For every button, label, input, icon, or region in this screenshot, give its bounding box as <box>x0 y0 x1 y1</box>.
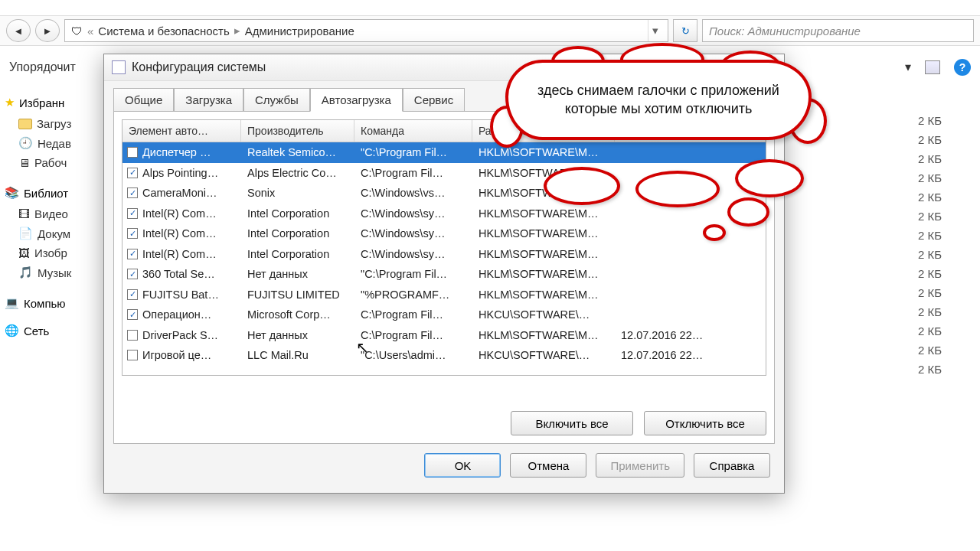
search-placeholder: Поиск: Администрирование <box>709 24 861 37</box>
explorer-sidebar: ★Избранн Загруз 🕘Недав 🖥Рабоч 📚Библиот 🎞… <box>0 88 111 551</box>
search-input[interactable]: Поиск: Администрирование <box>702 19 974 42</box>
recent-icon: 🕘 <box>18 136 33 150</box>
startup-row[interactable]: Intel(R) Com…Intel CorporationC:\Windows… <box>122 223 766 244</box>
col-location[interactable]: Расположение <box>472 120 615 142</box>
sidebar-item-downloads[interactable]: Загруз <box>5 114 106 133</box>
image-icon: 🖼 <box>18 246 30 259</box>
sidebar-item-music[interactable]: 🎵Музык <box>5 262 106 282</box>
dialog-title: Конфигурация системы <box>132 60 266 74</box>
startup-row[interactable]: Диспетчер …Realtek Semico…"C:\Program Fi… <box>122 142 766 163</box>
music-icon: 🎵 <box>18 266 33 279</box>
nav-forward-button[interactable]: ► <box>35 19 60 42</box>
startup-row[interactable]: Операцион…Microsoft Corp…C:\Program Fil…… <box>122 305 766 325</box>
startup-row[interactable]: 360 Total Se…Нет данных"C:\Program Fil…H… <box>122 264 766 285</box>
shield-icon: 🛡 <box>71 24 83 37</box>
startup-row[interactable]: CameraMoni…SonixC:\Windows\vs…HKLM\SOFTW… <box>122 183 766 204</box>
help-icon[interactable]: ? <box>954 59 971 76</box>
network-icon: 🌐 <box>5 324 19 337</box>
tab-0[interactable]: Общие <box>113 88 174 112</box>
enable-all-button[interactable]: Включить все <box>511 411 633 435</box>
tab-content-startup: Элемент авто… Производитель Команда Расп… <box>113 111 775 444</box>
chevron-icon: « <box>87 24 93 37</box>
sidebar-item-recent[interactable]: 🕘Недав <box>5 133 106 153</box>
computer-icon: 💻 <box>5 296 19 310</box>
startup-list[interactable]: Элемент авто… Производитель Команда Расп… <box>122 119 766 376</box>
checkbox[interactable] <box>127 249 138 259</box>
nav-back-button[interactable]: ◄ <box>6 19 31 42</box>
sidebar-network[interactable]: 🌐Сеть <box>5 324 106 337</box>
tab-2[interactable]: Службы <box>243 88 310 112</box>
sidebar-libraries[interactable]: 📚Библиот <box>5 186 106 200</box>
tab-1[interactable]: Загрузка <box>174 88 243 112</box>
tab-bar: ОбщиеЗагрузкаСлужбыАвтозагрузкаСервис <box>104 81 784 111</box>
checkbox[interactable] <box>127 208 138 219</box>
tab-3[interactable]: Автозагрузка <box>310 88 403 112</box>
tab-4[interactable]: Сервис <box>403 88 465 112</box>
checkbox[interactable] <box>127 228 138 239</box>
address-bar[interactable]: 🛡 « Система и безопасность ▸ Администрир… <box>64 19 668 42</box>
explorer-toolbar: ◄ ► 🛡 « Система и безопасность ▸ Админис… <box>0 15 980 46</box>
sidebar-computer[interactable]: 💻Компью <box>5 296 106 310</box>
help-button[interactable]: Справка <box>694 453 770 478</box>
desktop-icon: 🖥 <box>18 156 30 169</box>
sidebar-item-images[interactable]: 🖼Изобр <box>5 243 106 262</box>
list-header: Элемент авто… Производитель Команда Расп… <box>122 120 766 142</box>
organize-menu[interactable]: Упорядочит <box>9 60 76 74</box>
checkbox[interactable] <box>127 330 138 341</box>
cancel-button[interactable]: Отмена <box>510 453 586 478</box>
preview-pane-icon[interactable] <box>925 60 940 74</box>
video-icon: 🎞 <box>18 207 30 220</box>
startup-row[interactable]: Intel(R) Com…Intel CorporationC:\Windows… <box>122 244 766 265</box>
library-icon: 📚 <box>5 186 19 200</box>
col-vendor[interactable]: Производитель <box>241 120 354 142</box>
startup-row[interactable]: DriverPack S…Нет данныхC:\Program Fil…HK… <box>122 325 766 346</box>
breadcrumb-item[interactable]: Администрирование <box>245 24 354 37</box>
checkbox[interactable] <box>127 289 138 300</box>
startup-row[interactable]: FUJITSU Bat…FUJITSU LIMITED"%PROGRAMF…HK… <box>122 285 766 305</box>
sidebar-item-desktop[interactable]: 🖥Рабоч <box>5 153 106 172</box>
msconfig-dialog: Конфигурация системы ОбщиеЗагрузкаСлужбы… <box>103 54 785 494</box>
checkbox[interactable] <box>127 269 138 279</box>
checkbox[interactable] <box>127 309 138 320</box>
sidebar-item-documents[interactable]: 📄Докум <box>5 223 106 243</box>
startup-row[interactable]: Игровой це…LLC Mail.Ru"C:\Users\admi…HKC… <box>122 345 766 366</box>
col-command[interactable]: Команда <box>354 120 472 142</box>
app-icon <box>112 60 126 74</box>
checkbox[interactable] <box>127 187 138 198</box>
breadcrumb-item[interactable]: Система и безопасность <box>98 24 229 37</box>
startup-row[interactable]: Intel(R) Com…Intel CorporationC:\Windows… <box>122 204 766 224</box>
address-dropdown-icon[interactable]: ▾ <box>648 20 662 41</box>
col-date[interactable]: Дата <box>615 120 766 142</box>
checkbox[interactable] <box>127 147 138 158</box>
chevron-right-icon: ▸ <box>234 24 240 37</box>
disable-all-button[interactable]: Отключить все <box>644 411 766 435</box>
checkbox[interactable] <box>127 350 138 360</box>
startup-row[interactable]: Alps Pointing…Alps Electric Co…C:\Progra… <box>122 163 766 184</box>
checkbox[interactable] <box>127 168 138 178</box>
document-icon: 📄 <box>18 227 33 240</box>
col-element[interactable]: Элемент авто… <box>122 120 241 142</box>
folder-icon <box>18 119 32 129</box>
ok-button[interactable]: OK <box>424 453 501 478</box>
dialog-titlebar[interactable]: Конфигурация системы <box>104 54 784 81</box>
refresh-button[interactable]: ↻ <box>673 19 697 42</box>
apply-button[interactable]: Применить <box>596 453 684 478</box>
sidebar-favorites[interactable]: ★Избранн <box>5 96 106 109</box>
star-icon: ★ <box>5 96 15 109</box>
sidebar-item-video[interactable]: 🎞Видео <box>5 204 106 223</box>
view-dropdown-icon[interactable]: ▾ <box>905 60 911 74</box>
